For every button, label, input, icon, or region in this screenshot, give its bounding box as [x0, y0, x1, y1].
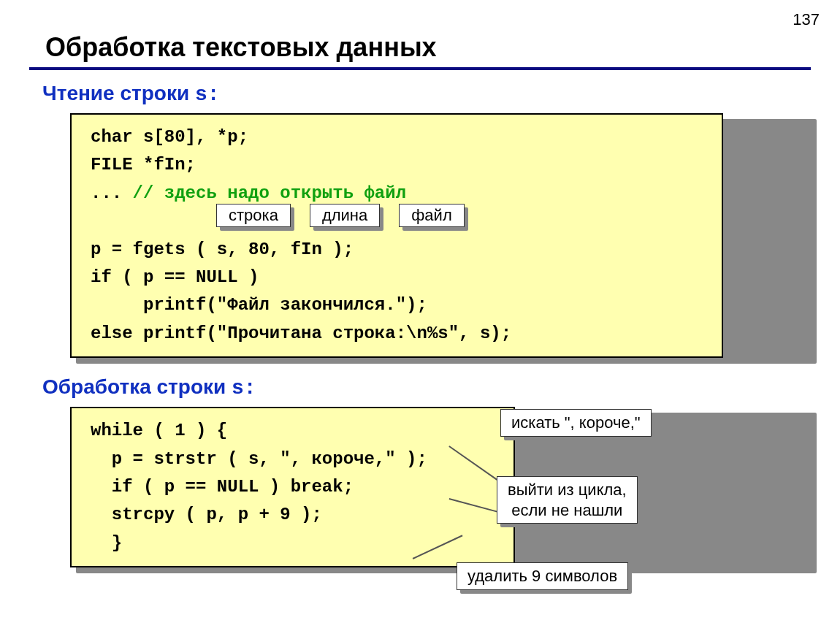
codebox2-wrap: while ( 1 ) { p = strstr ( s, ", короче,…: [70, 407, 811, 572]
tag-fail-label: файл: [399, 204, 464, 227]
callout-exit-line2: если не нашли: [511, 501, 622, 519]
code1-l2: FILE *fIn;: [91, 155, 196, 175]
code1-l1: char s[80], *p;: [91, 127, 248, 147]
tag-dlina: длина: [310, 204, 380, 227]
slide-page: 137 Обработка текстовых данных Чтение ст…: [0, 0, 840, 631]
tag-stroka-label: строка: [216, 204, 291, 227]
code2-l2: p = strstr ( s, ", короче," );: [91, 449, 427, 469]
title-underline: [29, 67, 811, 70]
section1-label-text: Чтение строки: [42, 82, 195, 104]
callout-exit-label: выйти из цикла, если не нашли: [497, 476, 638, 524]
page-number: 137: [793, 10, 820, 29]
codebox1-wrap: char s[80], *p; FILE *fIn; ... // здесь …: [70, 113, 811, 362]
code1-l3a: ...: [91, 183, 133, 203]
section1-label-code: s:: [195, 83, 220, 106]
callout-exit-line1: выйти из цикла,: [508, 481, 627, 499]
callout-search-label: искать ", короче,": [500, 409, 652, 437]
code1-l5: if ( p == NULL ): [91, 267, 259, 287]
tag-dlina-label: длина: [310, 204, 380, 227]
tag-row: строка длина файл: [216, 204, 465, 227]
page-title: Обработка текстовых данных: [45, 32, 811, 63]
codebox1: char s[80], *p; FILE *fIn; ... // здесь …: [70, 113, 723, 358]
callout-exit: выйти из цикла, если не нашли: [497, 476, 638, 524]
callout-delete-label: удалить 9 символов: [457, 562, 628, 590]
code1-l6: printf("Файл закончился.");: [91, 295, 427, 315]
tag-fail: файл: [399, 204, 464, 227]
code2-l1: while ( 1 ) {: [91, 421, 227, 440]
callout-delete: удалить 9 символов: [457, 562, 628, 590]
section2-label-text: Обработка строки: [42, 375, 232, 398]
tag-stroka: строка: [216, 204, 291, 227]
section2-label-code: s:: [232, 377, 256, 399]
code1-l3b: // здесь надо открыть файл: [133, 183, 406, 203]
code1-l4: p = fgets ( s, 80, fIn );: [91, 240, 354, 259]
code1-l7: else printf("Прочитана строка:\n%s", s);: [91, 324, 511, 343]
callout-search: искать ", короче,": [500, 409, 652, 437]
section2-label: Обработка строки s:: [42, 375, 811, 399]
code2-l3: if ( p == NULL ) break;: [91, 477, 354, 497]
codebox2: while ( 1 ) { p = strstr ( s, ", короче,…: [70, 407, 515, 567]
code2-l5: }: [91, 533, 122, 553]
code2-l4: strcpy ( p, p + 9 );: [91, 505, 322, 524]
section1-label: Чтение строки s:: [42, 82, 811, 106]
